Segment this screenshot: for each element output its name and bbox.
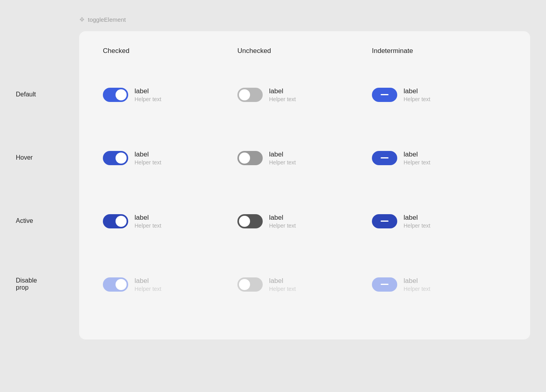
helper-text: Helper text bbox=[269, 96, 296, 102]
toggle-knob bbox=[239, 153, 250, 164]
toggle-checked-active-cell: label Helper text bbox=[103, 214, 237, 229]
row-label-disabled: Disable prop bbox=[0, 253, 79, 316]
toggle-text: label Helper text bbox=[404, 87, 430, 102]
toggle-unchecked-disabled bbox=[237, 277, 263, 292]
row-hover: label Helper text label Helper text bbox=[103, 126, 506, 189]
toggle-dash bbox=[381, 284, 389, 285]
toggle-label: label bbox=[404, 214, 430, 222]
toggle-indet-active-cell: label Helper text bbox=[372, 214, 506, 229]
toggle-text: label Helper text bbox=[404, 214, 430, 229]
page-header: ❖ toggleElement bbox=[0, 16, 126, 31]
toggle-unchecked-active[interactable] bbox=[237, 214, 263, 228]
helper-text: Helper text bbox=[269, 222, 296, 229]
toggle-unchecked-hover-cell: label Helper text bbox=[237, 151, 372, 166]
toggle-checked-active[interactable] bbox=[103, 214, 128, 228]
toggle-text: label Helper text bbox=[269, 151, 296, 166]
helper-text: Helper text bbox=[404, 96, 430, 102]
helper-text: Helper text bbox=[404, 159, 430, 166]
col-header-unchecked: Unchecked bbox=[237, 47, 372, 55]
col-header-checked: Checked bbox=[103, 47, 237, 55]
toggle-dash bbox=[381, 220, 389, 222]
toggle-indet-hover[interactable] bbox=[372, 151, 397, 165]
content-panel: Checked Unchecked Indeterminate label He… bbox=[79, 31, 530, 339]
toggle-unchecked-active-cell: label Helper text bbox=[237, 214, 372, 229]
row-labels: Default Hover Active Disable prop bbox=[0, 31, 79, 339]
helper-text: Helper text bbox=[135, 159, 161, 166]
toggle-label: label bbox=[404, 87, 430, 95]
toggle-checked-default[interactable] bbox=[103, 88, 128, 102]
toggle-label: label bbox=[269, 277, 296, 285]
row-label-active: Active bbox=[0, 189, 79, 253]
toggle-text: label Helper text bbox=[135, 277, 161, 292]
toggle-unchecked-hover[interactable] bbox=[237, 151, 263, 165]
toggle-label: label bbox=[269, 214, 296, 222]
toggle-label: label bbox=[135, 87, 161, 95]
toggle-knob bbox=[116, 89, 127, 100]
toggle-dash bbox=[381, 157, 389, 158]
drag-icon: ❖ bbox=[79, 16, 85, 23]
toggle-checked-hover[interactable] bbox=[103, 151, 128, 165]
toggle-checked-disabled bbox=[103, 277, 128, 292]
toggle-knob bbox=[116, 153, 127, 164]
toggle-label: label bbox=[269, 87, 296, 95]
col-headers: Checked Unchecked Indeterminate bbox=[103, 47, 506, 55]
helper-text: Helper text bbox=[404, 286, 430, 292]
toggle-indet-default[interactable] bbox=[372, 88, 397, 102]
rows-area: label Helper text label Helper text bbox=[103, 63, 506, 316]
row-disabled: label Helper text label Helper text bbox=[103, 253, 506, 316]
toggle-label: label bbox=[135, 277, 161, 285]
toggle-text: label Helper text bbox=[269, 87, 296, 102]
toggle-checked-disabled-cell: label Helper text bbox=[103, 277, 237, 292]
toggle-indet-hover-cell: label Helper text bbox=[372, 151, 506, 166]
helper-text: Helper text bbox=[135, 222, 161, 229]
toggle-knob bbox=[239, 279, 250, 290]
toggle-indet-disabled bbox=[372, 277, 397, 292]
toggle-unchecked-default-cell: label Helper text bbox=[237, 87, 372, 102]
helper-text: Helper text bbox=[269, 159, 296, 166]
main-container: Default Hover Active Disable prop Checke… bbox=[0, 31, 546, 339]
toggle-text: label Helper text bbox=[269, 277, 296, 292]
toggle-label: label bbox=[135, 214, 161, 222]
toggle-text: label Helper text bbox=[135, 87, 161, 102]
page-title: toggleElement bbox=[88, 16, 126, 23]
toggle-label: label bbox=[135, 151, 161, 158]
toggle-dash bbox=[381, 94, 389, 95]
toggle-text: label Helper text bbox=[135, 151, 161, 166]
row-active: label Helper text label Helper text bbox=[103, 189, 506, 253]
toggle-knob bbox=[116, 216, 127, 227]
row-default: label Helper text label Helper text bbox=[103, 63, 506, 126]
toggle-label: label bbox=[269, 151, 296, 158]
toggle-label: label bbox=[404, 277, 430, 285]
toggle-indet-active[interactable] bbox=[372, 214, 397, 228]
toggle-text: label Helper text bbox=[269, 214, 296, 229]
toggle-label: label bbox=[404, 151, 430, 158]
row-label-hover: Hover bbox=[0, 126, 79, 189]
toggle-text: label Helper text bbox=[135, 214, 161, 229]
toggle-checked-hover-cell: label Helper text bbox=[103, 151, 237, 166]
toggle-unchecked-default[interactable] bbox=[237, 88, 263, 102]
toggle-knob bbox=[239, 89, 250, 100]
toggle-knob bbox=[116, 279, 127, 290]
helper-text: Helper text bbox=[135, 286, 161, 292]
toggle-text: label Helper text bbox=[404, 277, 430, 292]
helper-text: Helper text bbox=[269, 286, 296, 292]
row-label-default: Default bbox=[0, 63, 79, 126]
helper-text: Helper text bbox=[135, 96, 161, 102]
toggle-indet-default-cell: label Helper text bbox=[372, 87, 506, 102]
helper-text: Helper text bbox=[404, 222, 430, 229]
toggle-text: label Helper text bbox=[404, 151, 430, 166]
toggle-indet-disabled-cell: label Helper text bbox=[372, 277, 506, 292]
toggle-knob bbox=[239, 216, 250, 227]
toggle-unchecked-disabled-cell: label Helper text bbox=[237, 277, 372, 292]
toggle-checked-default-cell: label Helper text bbox=[103, 87, 237, 102]
col-header-indeterminate: Indeterminate bbox=[372, 47, 506, 55]
